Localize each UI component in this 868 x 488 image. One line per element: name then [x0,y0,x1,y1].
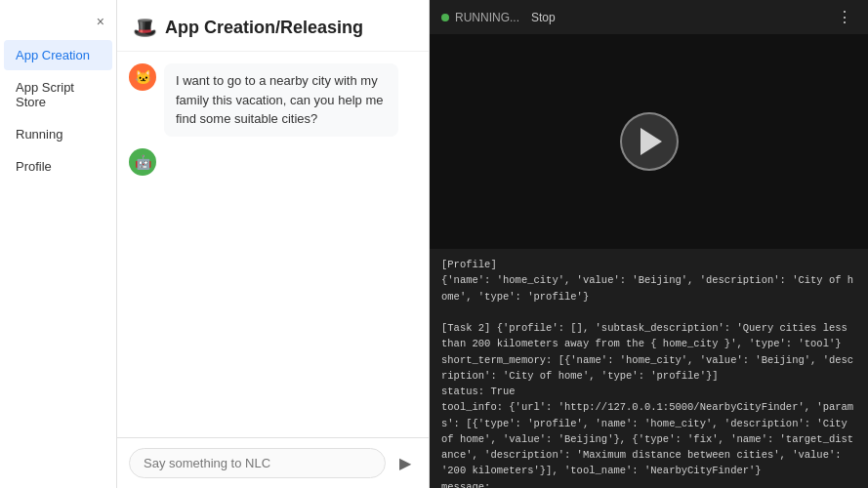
assistant-message: 🤖 [129,148,417,176]
chat-panel: 🎩 App Creation/Releasing 🐱 I want to go … [117,0,430,488]
play-triangle-icon [641,128,662,155]
sidebar-item-app-script-store[interactable]: App Script Store [4,72,112,117]
close-button[interactable]: × [93,12,108,31]
user-message: 🐱 I want to go to a nearby city with my … [129,63,417,137]
video-area: RUNNING... Stop ⋮ [Profile] {'name': 'ho… [430,0,868,488]
status-running: RUNNING... Stop [441,9,561,26]
chat-title-text: App Creation/Releasing [165,18,363,38]
chat-send-button[interactable]: ▶ [393,450,417,476]
log-panel: [Profile] {'name': 'home_city', 'value':… [430,249,868,488]
running-label: RUNNING... [455,11,519,24]
chat-input-area: ▶ [117,437,429,488]
log-content: [Profile] {'name': 'home_city', 'value':… [441,257,856,488]
play-button-circle [620,112,679,171]
video-container [430,34,868,249]
title-emoji: 🎩 [133,16,157,39]
sidebar-item-app-creation[interactable]: App Creation [4,40,112,70]
user-avatar: 🐱 [129,63,156,91]
message-bubble: I want to go to a nearby city with my fa… [164,63,398,137]
stop-button[interactable]: Stop [525,9,561,26]
play-button[interactable] [430,34,868,249]
close-button-area: × [0,8,116,39]
running-indicator [441,14,449,21]
sidebar-item-profile[interactable]: Profile [4,151,112,182]
chat-messages: 🐱 I want to go to a nearby city with my … [117,52,429,437]
more-options-button[interactable]: ⋮ [833,6,856,28]
status-bar: RUNNING... Stop ⋮ [430,0,868,34]
chat-input[interactable] [129,448,386,478]
chat-header: 🎩 App Creation/Releasing [117,0,429,52]
sidebar-item-running[interactable]: Running [4,119,112,149]
assistant-avatar: 🤖 [129,148,156,176]
chat-title: 🎩 App Creation/Releasing [133,16,413,39]
sidebar: × App Creation App Script Store Running … [0,0,117,488]
